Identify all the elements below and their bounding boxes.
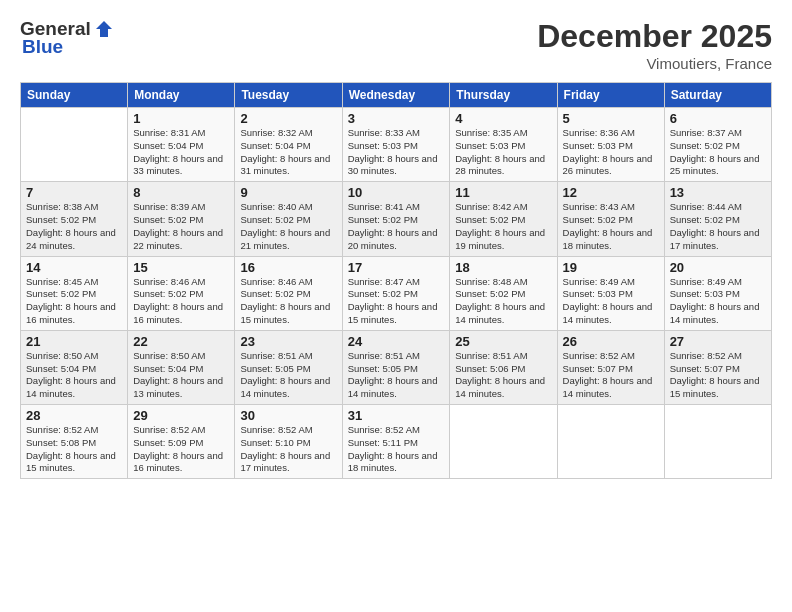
day-cell: 13Sunrise: 8:44 AMSunset: 5:02 PMDayligh…	[664, 182, 771, 256]
day-number: 28	[26, 408, 122, 423]
day-number: 7	[26, 185, 122, 200]
day-cell: 6Sunrise: 8:37 AMSunset: 5:02 PMDaylight…	[664, 108, 771, 182]
col-header-tuesday: Tuesday	[235, 83, 342, 108]
day-cell: 23Sunrise: 8:51 AMSunset: 5:05 PMDayligh…	[235, 330, 342, 404]
day-number: 19	[563, 260, 659, 275]
day-info: Sunrise: 8:52 AMSunset: 5:11 PMDaylight:…	[348, 424, 445, 475]
day-cell: 11Sunrise: 8:42 AMSunset: 5:02 PMDayligh…	[450, 182, 557, 256]
day-info: Sunrise: 8:40 AMSunset: 5:02 PMDaylight:…	[240, 201, 336, 252]
day-cell: 19Sunrise: 8:49 AMSunset: 5:03 PMDayligh…	[557, 256, 664, 330]
day-info: Sunrise: 8:33 AMSunset: 5:03 PMDaylight:…	[348, 127, 445, 178]
title-block: December 2025 Vimoutiers, France	[537, 18, 772, 72]
day-info: Sunrise: 8:39 AMSunset: 5:02 PMDaylight:…	[133, 201, 229, 252]
logo: General Blue	[20, 18, 115, 58]
day-cell: 15Sunrise: 8:46 AMSunset: 5:02 PMDayligh…	[128, 256, 235, 330]
day-cell: 5Sunrise: 8:36 AMSunset: 5:03 PMDaylight…	[557, 108, 664, 182]
day-cell: 18Sunrise: 8:48 AMSunset: 5:02 PMDayligh…	[450, 256, 557, 330]
calendar-header-row: SundayMondayTuesdayWednesdayThursdayFrid…	[21, 83, 772, 108]
day-info: Sunrise: 8:46 AMSunset: 5:02 PMDaylight:…	[133, 276, 229, 327]
day-cell: 1Sunrise: 8:31 AMSunset: 5:04 PMDaylight…	[128, 108, 235, 182]
day-number: 2	[240, 111, 336, 126]
day-number: 12	[563, 185, 659, 200]
day-cell: 24Sunrise: 8:51 AMSunset: 5:05 PMDayligh…	[342, 330, 450, 404]
day-cell: 21Sunrise: 8:50 AMSunset: 5:04 PMDayligh…	[21, 330, 128, 404]
day-cell: 28Sunrise: 8:52 AMSunset: 5:08 PMDayligh…	[21, 405, 128, 479]
day-info: Sunrise: 8:41 AMSunset: 5:02 PMDaylight:…	[348, 201, 445, 252]
day-number: 20	[670, 260, 766, 275]
day-number: 24	[348, 334, 445, 349]
day-info: Sunrise: 8:47 AMSunset: 5:02 PMDaylight:…	[348, 276, 445, 327]
week-row-2: 7Sunrise: 8:38 AMSunset: 5:02 PMDaylight…	[21, 182, 772, 256]
day-number: 15	[133, 260, 229, 275]
day-info: Sunrise: 8:52 AMSunset: 5:09 PMDaylight:…	[133, 424, 229, 475]
location: Vimoutiers, France	[537, 55, 772, 72]
day-number: 6	[670, 111, 766, 126]
month-title: December 2025	[537, 18, 772, 55]
week-row-1: 1Sunrise: 8:31 AMSunset: 5:04 PMDaylight…	[21, 108, 772, 182]
day-number: 17	[348, 260, 445, 275]
day-number: 8	[133, 185, 229, 200]
day-number: 14	[26, 260, 122, 275]
day-cell	[450, 405, 557, 479]
day-cell: 12Sunrise: 8:43 AMSunset: 5:02 PMDayligh…	[557, 182, 664, 256]
day-cell: 30Sunrise: 8:52 AMSunset: 5:10 PMDayligh…	[235, 405, 342, 479]
col-header-thursday: Thursday	[450, 83, 557, 108]
day-number: 3	[348, 111, 445, 126]
day-cell: 17Sunrise: 8:47 AMSunset: 5:02 PMDayligh…	[342, 256, 450, 330]
day-info: Sunrise: 8:50 AMSunset: 5:04 PMDaylight:…	[133, 350, 229, 401]
day-number: 30	[240, 408, 336, 423]
day-info: Sunrise: 8:52 AMSunset: 5:08 PMDaylight:…	[26, 424, 122, 475]
day-info: Sunrise: 8:36 AMSunset: 5:03 PMDaylight:…	[563, 127, 659, 178]
day-number: 25	[455, 334, 551, 349]
day-cell	[664, 405, 771, 479]
day-info: Sunrise: 8:49 AMSunset: 5:03 PMDaylight:…	[563, 276, 659, 327]
day-number: 23	[240, 334, 336, 349]
day-info: Sunrise: 8:32 AMSunset: 5:04 PMDaylight:…	[240, 127, 336, 178]
calendar-table: SundayMondayTuesdayWednesdayThursdayFrid…	[20, 82, 772, 479]
day-number: 31	[348, 408, 445, 423]
day-cell	[21, 108, 128, 182]
day-info: Sunrise: 8:42 AMSunset: 5:02 PMDaylight:…	[455, 201, 551, 252]
day-number: 21	[26, 334, 122, 349]
col-header-friday: Friday	[557, 83, 664, 108]
day-number: 10	[348, 185, 445, 200]
day-info: Sunrise: 8:51 AMSunset: 5:06 PMDaylight:…	[455, 350, 551, 401]
svg-marker-0	[96, 21, 112, 37]
day-number: 5	[563, 111, 659, 126]
day-cell: 7Sunrise: 8:38 AMSunset: 5:02 PMDaylight…	[21, 182, 128, 256]
day-info: Sunrise: 8:49 AMSunset: 5:03 PMDaylight:…	[670, 276, 766, 327]
day-info: Sunrise: 8:46 AMSunset: 5:02 PMDaylight:…	[240, 276, 336, 327]
day-info: Sunrise: 8:43 AMSunset: 5:02 PMDaylight:…	[563, 201, 659, 252]
day-number: 18	[455, 260, 551, 275]
day-info: Sunrise: 8:48 AMSunset: 5:02 PMDaylight:…	[455, 276, 551, 327]
day-cell: 25Sunrise: 8:51 AMSunset: 5:06 PMDayligh…	[450, 330, 557, 404]
day-info: Sunrise: 8:31 AMSunset: 5:04 PMDaylight:…	[133, 127, 229, 178]
day-cell: 10Sunrise: 8:41 AMSunset: 5:02 PMDayligh…	[342, 182, 450, 256]
logo-blue: Blue	[22, 36, 63, 58]
col-header-sunday: Sunday	[21, 83, 128, 108]
day-info: Sunrise: 8:50 AMSunset: 5:04 PMDaylight:…	[26, 350, 122, 401]
day-info: Sunrise: 8:52 AMSunset: 5:07 PMDaylight:…	[563, 350, 659, 401]
day-number: 29	[133, 408, 229, 423]
day-info: Sunrise: 8:35 AMSunset: 5:03 PMDaylight:…	[455, 127, 551, 178]
col-header-saturday: Saturday	[664, 83, 771, 108]
day-cell: 9Sunrise: 8:40 AMSunset: 5:02 PMDaylight…	[235, 182, 342, 256]
day-cell: 14Sunrise: 8:45 AMSunset: 5:02 PMDayligh…	[21, 256, 128, 330]
day-info: Sunrise: 8:51 AMSunset: 5:05 PMDaylight:…	[348, 350, 445, 401]
day-number: 26	[563, 334, 659, 349]
day-cell: 29Sunrise: 8:52 AMSunset: 5:09 PMDayligh…	[128, 405, 235, 479]
day-cell: 22Sunrise: 8:50 AMSunset: 5:04 PMDayligh…	[128, 330, 235, 404]
week-row-5: 28Sunrise: 8:52 AMSunset: 5:08 PMDayligh…	[21, 405, 772, 479]
col-header-wednesday: Wednesday	[342, 83, 450, 108]
day-number: 9	[240, 185, 336, 200]
day-number: 11	[455, 185, 551, 200]
day-info: Sunrise: 8:44 AMSunset: 5:02 PMDaylight:…	[670, 201, 766, 252]
day-cell: 20Sunrise: 8:49 AMSunset: 5:03 PMDayligh…	[664, 256, 771, 330]
day-cell: 2Sunrise: 8:32 AMSunset: 5:04 PMDaylight…	[235, 108, 342, 182]
day-info: Sunrise: 8:51 AMSunset: 5:05 PMDaylight:…	[240, 350, 336, 401]
col-header-monday: Monday	[128, 83, 235, 108]
day-number: 13	[670, 185, 766, 200]
day-info: Sunrise: 8:52 AMSunset: 5:10 PMDaylight:…	[240, 424, 336, 475]
week-row-4: 21Sunrise: 8:50 AMSunset: 5:04 PMDayligh…	[21, 330, 772, 404]
day-info: Sunrise: 8:52 AMSunset: 5:07 PMDaylight:…	[670, 350, 766, 401]
